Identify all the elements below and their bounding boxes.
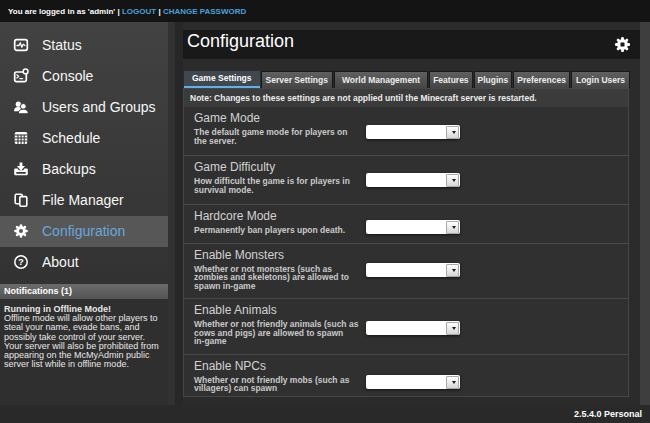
svg-text:?: ?: [18, 256, 24, 267]
